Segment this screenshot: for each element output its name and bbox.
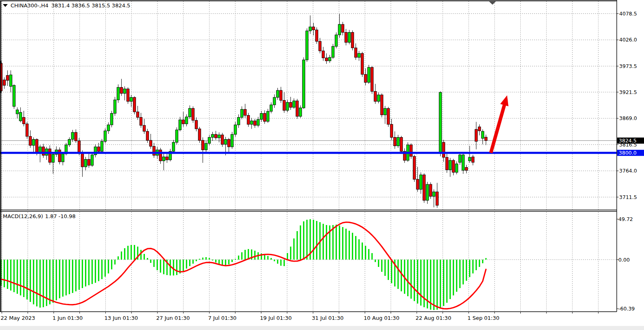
candle — [84, 157, 87, 170]
candle — [237, 114, 240, 128]
svg-text:3824.5: 3824.5 — [619, 138, 637, 144]
candle — [472, 155, 474, 166]
candle — [289, 97, 292, 110]
candle — [55, 146, 57, 157]
candle — [211, 132, 214, 141]
price-axis-label: 3764.0 — [619, 168, 637, 174]
candle — [208, 135, 210, 145]
time-axis-label: 10 Aug 01:30 — [364, 315, 399, 321]
candle — [32, 138, 35, 153]
candle — [48, 145, 51, 165]
candle — [172, 140, 175, 153]
candle — [426, 182, 428, 204]
time-axis-label: 31 Jul 01:30 — [312, 315, 344, 321]
price-axis-label: 3711.5 — [619, 194, 637, 200]
price-axis-label: 3921.5 — [619, 89, 637, 95]
support-line[interactable] — [0, 152, 617, 154]
symbol-marker-icon — [3, 4, 8, 7]
time-axis-label: 22 Aug 01:30 — [416, 315, 452, 321]
candle — [364, 68, 367, 85]
candle — [3, 77, 5, 89]
candle — [107, 122, 109, 134]
macd-name-label: MACD(12,26,9) — [3, 213, 43, 219]
candle — [263, 110, 266, 124]
candle — [71, 130, 74, 142]
candle — [452, 159, 454, 175]
svg-text:3800.0: 3800.0 — [619, 150, 637, 156]
candle — [266, 109, 269, 123]
candle — [475, 122, 477, 149]
candle — [205, 141, 207, 153]
candle — [341, 22, 344, 35]
candle — [110, 111, 113, 127]
candle — [299, 105, 301, 118]
candle — [348, 30, 350, 44]
candle — [143, 119, 145, 134]
candle — [120, 79, 122, 96]
candle — [410, 143, 412, 159]
time-axis-label: 7 Jul 01:30 — [208, 315, 237, 321]
ohlc-values-label: 3831.4 3836.5 3815.5 3824.5 — [51, 2, 130, 9]
macd-values-label: 1.87 -10.98 — [45, 213, 76, 219]
candle — [175, 127, 178, 144]
price-axis-label: 3973.5 — [619, 63, 637, 69]
candle — [338, 14, 341, 38]
candle — [104, 128, 106, 143]
candle — [351, 31, 354, 50]
price-chart-canvas[interactable]: 4078.54026.03973.53921.53869.03816.53764… — [0, 0, 644, 330]
candle — [29, 130, 31, 148]
candle — [380, 93, 383, 117]
candle — [335, 33, 337, 48]
candle — [419, 173, 422, 194]
candle — [455, 162, 458, 175]
candle — [231, 132, 233, 149]
candle — [315, 27, 318, 44]
candle — [185, 114, 188, 126]
candle — [413, 155, 415, 182]
candle — [345, 29, 347, 46]
candle — [374, 84, 376, 104]
time-axis-label: 13 Jun 01:30 — [105, 315, 138, 321]
candle — [162, 154, 165, 170]
support-level-badge: 3800.0 — [617, 150, 644, 156]
candle — [319, 38, 321, 53]
candle — [257, 117, 259, 127]
time-axis-label: 27 Jun 01:30 — [156, 315, 190, 321]
candle — [432, 189, 435, 207]
candle — [250, 118, 253, 129]
candle — [270, 103, 272, 114]
scroll-marker-icon[interactable] — [489, 2, 496, 5]
candle — [296, 99, 298, 119]
candle — [286, 100, 288, 112]
candle — [240, 106, 243, 119]
candle — [74, 129, 77, 143]
candle — [462, 153, 464, 174]
candle — [312, 23, 314, 35]
candle — [354, 44, 357, 60]
candle — [276, 88, 279, 100]
candle — [22, 111, 25, 126]
candle — [436, 183, 438, 208]
macd-indicator-label: MACD(12,26,9)1.87 -10.98 — [3, 213, 78, 219]
candle — [439, 92, 441, 157]
chart-title: CHINA300-,H4 3831.4 3836.5 3815.5 3824.5 — [3, 2, 130, 9]
candle — [478, 125, 480, 135]
candle — [198, 127, 201, 143]
candle — [279, 87, 282, 103]
candle — [81, 150, 83, 177]
price-axis-label: 4026.0 — [619, 37, 637, 43]
candle — [123, 86, 126, 100]
trend-arrow[interactable] — [491, 95, 509, 153]
candle — [94, 144, 96, 157]
current-price-badge: 3824.5 — [617, 138, 644, 144]
candle — [247, 113, 249, 127]
candle — [133, 96, 135, 114]
time-axis-label: 19 Jul 01:30 — [260, 315, 292, 321]
candle — [328, 55, 331, 63]
candle — [397, 135, 399, 148]
candle — [188, 105, 191, 119]
candle — [159, 148, 162, 164]
candle — [214, 131, 217, 140]
candle — [244, 104, 246, 118]
candle — [400, 136, 402, 154]
